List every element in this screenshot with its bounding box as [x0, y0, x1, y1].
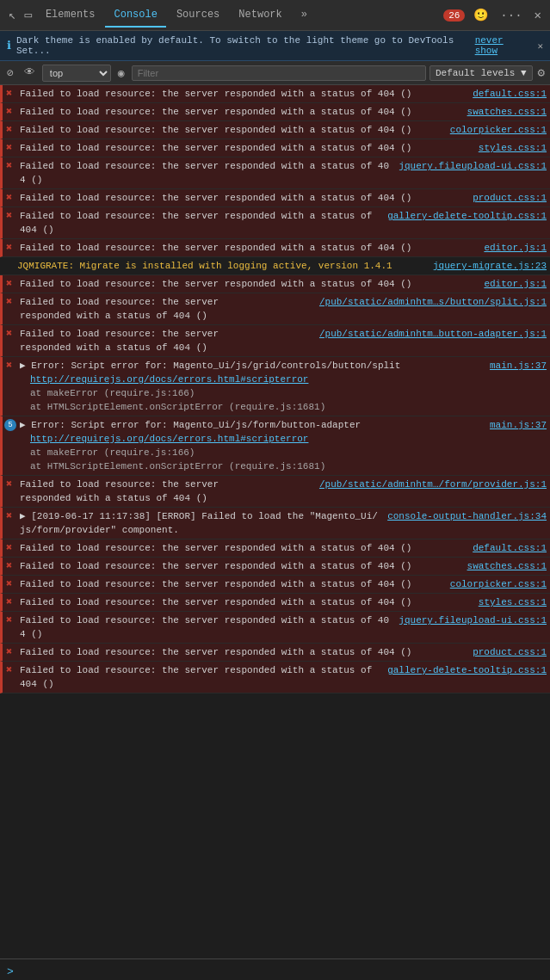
console-entry: ✖Failed to load resource: the server res… — [0, 558, 550, 576]
entry-source-link[interactable]: styles.css:1 — [479, 141, 547, 155]
entry-source-link[interactable]: product.css:1 — [473, 645, 547, 659]
context-selector[interactable]: top — [42, 65, 111, 82]
error-icon: ✖ — [6, 595, 12, 609]
eye2-icon: ◉ — [114, 65, 128, 82]
entry-text: Failed to load resource: the server resp… — [20, 241, 477, 255]
settings-icon[interactable]: ⚙ — [536, 64, 547, 82]
error-icon: ✖ — [6, 541, 12, 555]
console-entry: ✖Failed to load resource: the server res… — [0, 539, 550, 558]
error-icon: ✖ — [6, 123, 12, 137]
entry-text: Failed to load resource: the server resp… — [20, 191, 466, 205]
error-icon: ✖ — [6, 327, 12, 341]
entry-source-link[interactable]: colorpicker.css:1 — [450, 577, 547, 591]
entry-source-link[interactable]: gallery-delete-tooltip.css:1 — [387, 209, 547, 223]
entry-text: Failed to load resource: the server resp… — [20, 595, 472, 609]
entry-source-link[interactable]: jquery.fileupload-ui.css:1 — [399, 613, 547, 627]
entry-text: Failed to load resource: the server resp… — [20, 663, 380, 691]
eye-button[interactable]: 👁 — [21, 65, 39, 81]
error-icon: ✖ — [6, 159, 12, 173]
device-icon[interactable]: ▭ — [21, 6, 34, 24]
tab-console[interactable]: Console — [105, 3, 165, 28]
entry-text-line2: responded with a status of 404 () — [20, 341, 547, 354]
error-icon: ✖ — [6, 613, 12, 627]
cursor-icon[interactable]: ↖ — [5, 6, 19, 24]
default-levels-dropdown[interactable]: Default levels ▼ — [429, 65, 533, 81]
error-icon: ✖ — [6, 663, 12, 677]
entry-source-link[interactable]: editor.js:1 — [484, 277, 547, 291]
entry-text: JQMIGRATE: Migrate is installed with log… — [17, 259, 426, 273]
console-input-bar: > — [0, 958, 550, 980]
entry-source-link[interactable]: /pub/static/adminhtm…/form/provider.js:1 — [319, 478, 547, 491]
entry-text: Failed to load resource: the server resp… — [20, 123, 443, 137]
console-entry: ✖Failed to load resource: the server res… — [0, 103, 550, 121]
entry-text: ▶ [2019-06-17 11:17:38] [ERROR] Failed t… — [20, 509, 380, 537]
console-input[interactable] — [19, 966, 543, 977]
entry-source-link[interactable]: styles.css:1 — [479, 595, 547, 609]
sub-line: at HTMLScriptElement.onScriptError (requ… — [20, 459, 547, 473]
entry-source-link[interactable]: jquery-migrate.js:23 — [433, 259, 547, 273]
error-icon: ✖ — [6, 141, 12, 155]
entry-source-link[interactable]: default.css:1 — [473, 87, 547, 101]
entry-text: Failed to load resource: the server resp… — [20, 645, 466, 659]
entry-text: Failed to load resource: the server resp… — [20, 141, 472, 155]
entry-source-link[interactable]: default.css:1 — [473, 541, 547, 555]
tab-more[interactable]: » — [293, 3, 316, 28]
error-count-badge: 26 — [443, 9, 465, 22]
banner-close-button[interactable]: ✕ — [537, 40, 543, 52]
console-entry: ✖▶ [2019-06-17 11:17:38] [ERROR] Failed … — [0, 508, 550, 539]
console-entry: ✖Failed to load resource: the server res… — [0, 189, 550, 207]
entry-text: Failed to load resource: the server — [20, 478, 312, 491]
sub-line: at HTMLScriptElement.onScriptError (requ… — [20, 400, 547, 414]
entry-text: Failed to load resource: the server resp… — [20, 541, 466, 555]
error-icon: ✖ — [6, 277, 12, 291]
entry-source-link[interactable]: editor.js:1 — [484, 241, 547, 255]
clear-console-button[interactable]: ⊘ — [3, 65, 17, 82]
console-entry: ✖Failed to load resource: the server res… — [0, 121, 550, 139]
filter-input[interactable] — [132, 65, 426, 81]
console-prompt: > — [7, 965, 14, 978]
info-icon: ℹ — [7, 39, 11, 52]
entry-source-link[interactable]: colorpicker.css:1 — [450, 123, 547, 137]
tab-network[interactable]: Network — [230, 3, 290, 28]
console-entry: ✖Failed to load resource: the server res… — [0, 662, 550, 693]
entry-source-link[interactable]: console-output-handler.js:34 — [387, 509, 547, 523]
entry-text: ▶ Error: Script error for: Magento_Ui/js… — [20, 418, 483, 432]
entry-text-line2: responded with a status of 404 () — [20, 309, 547, 323]
banner-text: Dark theme is enabled by default. To swi… — [16, 35, 470, 56]
entry-source-link[interactable]: swatches.css:1 — [467, 559, 547, 573]
entry-source-link[interactable]: main.js:37 — [490, 418, 547, 432]
never-show-link[interactable]: never show — [475, 35, 529, 56]
error-icon: ✖ — [6, 191, 12, 205]
console-entry: ✖Failed to load resource: the server res… — [0, 275, 550, 293]
console-entry: ✖Failed to load resource: the server res… — [0, 594, 550, 612]
console-entry: ✖Failed to load resource: the server res… — [0, 239, 550, 257]
error-icon: ✖ — [6, 509, 12, 523]
entry-source-link[interactable]: product.css:1 — [473, 191, 547, 205]
tab-elements[interactable]: Elements — [37, 3, 104, 28]
sub-line: at makeError (require.js:166) — [20, 446, 547, 459]
entry-text: Failed to load resource: the server — [20, 295, 312, 309]
sub-line[interactable]: http://requirejs.org/docs/errors.html#sc… — [20, 432, 547, 446]
entry-text: Failed to load resource: the server resp… — [20, 559, 460, 573]
error-icon: ✖ — [6, 559, 12, 573]
entry-text: Failed to load resource: the server resp… — [20, 277, 477, 291]
entry-text-line2: responded with a status of 404 () — [20, 491, 547, 505]
more-options-icon[interactable]: ··· — [497, 7, 525, 24]
entry-source-link[interactable]: /pub/static/adminhtm…button-adapter.js:1 — [319, 327, 547, 341]
entry-text: Failed to load resource: the server resp… — [20, 613, 392, 641]
entry-source-link[interactable]: jquery.fileupload-ui.css:1 — [399, 159, 547, 173]
entry-source-link[interactable]: main.js:37 — [490, 359, 547, 373]
entry-source-link[interactable]: gallery-delete-tooltip.css:1 — [387, 663, 547, 677]
console-entry: ✖Failed to load resource: the server res… — [0, 139, 550, 157]
console-entry: ✖Failed to load resource: the server res… — [0, 612, 550, 644]
emoji-icon[interactable]: 🙂 — [470, 6, 491, 24]
entry-text: Failed to load resource: the server — [20, 327, 312, 341]
toolbar-icons: 26 🙂 ··· ✕ — [443, 6, 545, 24]
sub-line: at makeError (require.js:166) — [20, 386, 547, 400]
entry-source-link[interactable]: swatches.css:1 — [467, 105, 547, 119]
error-icon: ✖ — [6, 209, 12, 223]
close-devtools-button[interactable]: ✕ — [531, 6, 545, 24]
entry-source-link[interactable]: /pub/static/adminhtm…s/button/split.js:1 — [319, 295, 547, 309]
sub-line[interactable]: http://requirejs.org/docs/errors.html#sc… — [20, 373, 547, 386]
tab-sources[interactable]: Sources — [168, 3, 228, 28]
